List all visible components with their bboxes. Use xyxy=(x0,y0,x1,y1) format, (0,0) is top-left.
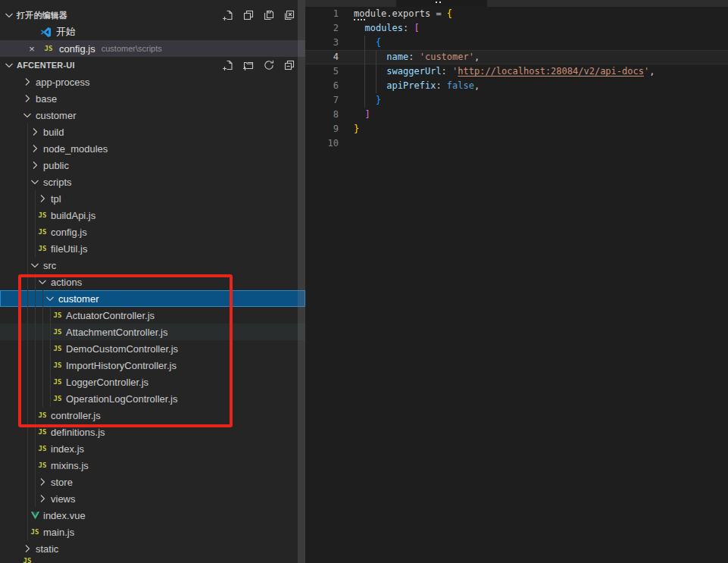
project-title: AFCENTER-UI xyxy=(17,61,75,70)
indent-guide xyxy=(42,290,43,307)
tree-item-ImportHistoryController.js[interactable]: JSImportHistoryController.js xyxy=(0,357,305,374)
open-editor-label: config.js xyxy=(59,43,95,55)
code-token: , xyxy=(474,52,480,62)
indent-guide xyxy=(35,440,36,457)
editor-tab[interactable] xyxy=(305,0,396,7)
code-line-9[interactable]: 9} xyxy=(305,122,728,136)
tree-item-mixins.js[interactable]: JSmixins.js xyxy=(0,457,305,474)
tree-folder-public[interactable]: public xyxy=(0,157,305,174)
tree-item-label: controller.js xyxy=(51,410,101,421)
tree-item-ActuatorController.js[interactable]: JSActuatorController.js xyxy=(0,307,305,324)
tree-item-config.js[interactable]: JSconfig.js xyxy=(0,224,305,240)
tree-item-DemoCustomController.js[interactable]: JSDemoCustomController.js xyxy=(0,340,305,357)
collapse-all-icon[interactable] xyxy=(283,58,296,72)
save-all-icon[interactable] xyxy=(262,8,276,22)
indent-guide xyxy=(27,424,28,440)
indent-guide xyxy=(27,324,28,340)
editor-tab[interactable] xyxy=(396,0,487,7)
indent-guide xyxy=(35,207,36,224)
tree-item-buildApi.js[interactable]: JSbuildApi.js xyxy=(0,207,305,224)
code-line-7[interactable]: 7 } xyxy=(305,93,728,108)
tree-folder-tpl[interactable]: tpl xyxy=(0,190,305,207)
sidebar-scrollbar[interactable] xyxy=(298,0,305,563)
code-token: ] xyxy=(364,109,370,120)
code-token: { xyxy=(447,8,452,19)
code-line-4[interactable]: 4 name: 'customer', xyxy=(305,50,728,64)
tree-item-label: scripts xyxy=(43,177,72,188)
editor-layout-icon[interactable] xyxy=(242,8,255,22)
project-header[interactable]: AFCENTER-UI xyxy=(0,57,305,74)
indent-guide xyxy=(35,340,36,357)
open-editor-path: customer\scripts xyxy=(102,44,162,53)
code-line-2[interactable]: 2 modules: [ xyxy=(305,21,728,36)
tree-item-fileUtil.js[interactable]: JSfileUtil.js xyxy=(0,240,305,257)
code-line-5[interactable]: 5 swaggerUrl: 'http://localhost:28084/v2… xyxy=(305,64,728,79)
tree-item-LoggerController.js[interactable]: JSLoggerController.js xyxy=(0,374,305,390)
open-editors-header[interactable]: 打开的编辑器 xyxy=(0,7,305,23)
open-editor-item-config.js[interactable]: ×JSconfig.jscustomer\scripts xyxy=(0,40,305,57)
tree-item-main.js[interactable]: JSmain.js xyxy=(0,524,305,540)
tree-folder-src[interactable]: src xyxy=(0,257,305,274)
indent-guide xyxy=(27,490,28,507)
line-number: 3 xyxy=(305,36,339,50)
tree-item-partial[interactable]: JS xyxy=(0,557,305,563)
tree-item-label: DemoCustomController.js xyxy=(66,343,178,355)
indent-guide xyxy=(35,290,36,307)
code-area[interactable]: 1module.exports = {2 modules: [3 {4 name… xyxy=(305,7,728,151)
tree-item-AttachmentController.js[interactable]: JSAttachmentController.js xyxy=(0,324,305,340)
tree-folder-node_modules[interactable]: node_modules xyxy=(0,140,305,157)
tree-item-index.vue[interactable]: index.vue xyxy=(0,507,305,524)
tree-folder-store[interactable]: store xyxy=(0,474,305,490)
tree-folder-static[interactable]: static xyxy=(0,540,305,557)
code-line-1[interactable]: 1module.exports = { xyxy=(305,7,728,21)
refresh-icon[interactable] xyxy=(262,58,276,72)
tree-item-label: static xyxy=(36,543,58,555)
new-file-icon[interactable] xyxy=(221,8,235,22)
indent-guide xyxy=(35,474,36,490)
code-line-10[interactable]: 10 xyxy=(305,136,728,151)
tree-item-OperationLogController.js[interactable]: JSOperationLogController.js xyxy=(0,390,305,407)
close-all-icon[interactable] xyxy=(283,8,296,22)
code-token: 'customer' xyxy=(420,52,474,62)
tree-folder-base[interactable]: base xyxy=(0,90,305,107)
code-line-8[interactable]: 8 ] xyxy=(305,108,728,122)
open-editor-label: 开始 xyxy=(56,25,76,39)
tree-item-label: actions xyxy=(51,277,82,288)
open-editors-actions xyxy=(221,8,296,22)
tree-folder-views[interactable]: views xyxy=(0,490,305,507)
tree-item-label: src xyxy=(43,260,56,271)
new-file-icon[interactable] xyxy=(221,58,235,72)
tree-item-label: buildApi.js xyxy=(51,210,95,221)
explorer-actions xyxy=(221,58,296,72)
tree-folder-app-process[interactable]: app-process xyxy=(0,74,305,90)
url-link-token[interactable]: http://localhost:28084/v2/api-docs xyxy=(458,66,644,77)
tree-item-index.js[interactable]: JSindex.js xyxy=(0,440,305,457)
line-number: 1 xyxy=(305,7,339,21)
tree-folder-customer[interactable]: customer xyxy=(0,290,305,307)
tree-folder-actions[interactable]: actions xyxy=(0,274,305,290)
open-editor-item-开始[interactable]: 开始 xyxy=(0,23,305,40)
tree-folder-scripts[interactable]: scripts xyxy=(0,174,305,190)
code-token xyxy=(354,80,386,91)
indent-guide xyxy=(27,124,28,140)
javascript-file-icon: JS xyxy=(52,345,64,352)
tree-item-label: ActuatorController.js xyxy=(66,310,155,321)
indent-guide xyxy=(27,474,28,490)
indent-guide xyxy=(27,207,28,224)
tree-folder-customer[interactable]: customer xyxy=(0,107,305,124)
tree-item-definitions.js[interactable]: JSdefinitions.js xyxy=(0,424,305,440)
close-icon[interactable]: × xyxy=(26,43,38,55)
code-token: } xyxy=(354,124,359,134)
javascript-file-icon: JS xyxy=(36,428,48,436)
new-folder-icon[interactable] xyxy=(242,58,255,72)
code-token: name xyxy=(386,52,408,62)
indent-guide xyxy=(27,390,28,407)
javascript-file-icon: JS xyxy=(21,557,33,563)
indent-guide xyxy=(27,174,28,190)
code-line-3[interactable]: 3 { xyxy=(305,36,728,50)
tree-item-label: definitions.js xyxy=(51,427,105,438)
code-line-6[interactable]: 6 apiPrefix: false, xyxy=(305,79,728,93)
code-token xyxy=(354,52,386,62)
tree-item-controller.js[interactable]: JScontroller.js xyxy=(0,407,305,424)
tree-folder-build[interactable]: build xyxy=(0,124,305,140)
